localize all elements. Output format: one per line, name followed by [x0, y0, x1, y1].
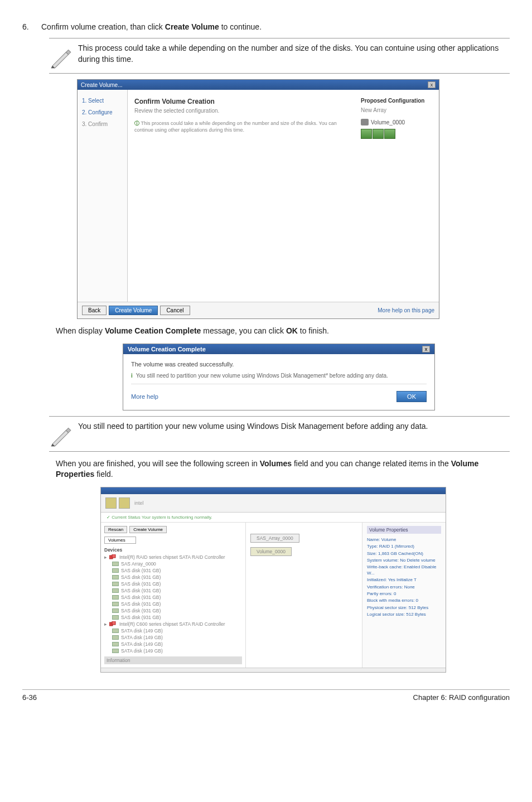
more-help-link[interactable]: More help on this page [378, 307, 434, 313]
page-number: 6-36 [22, 693, 37, 702]
note-2: You still need to partition your new vol… [45, 421, 510, 447]
disk-row[interactable]: SATA disk (149 GB) [104, 648, 242, 654]
volume-icon [361, 119, 369, 125]
disk-icon [112, 582, 119, 586]
volumes-dropdown[interactable]: Volumes [104, 537, 136, 544]
disk-label: SATA disk (149 GB) [121, 648, 163, 654]
create-volume-button[interactable]: Create Volume [109, 306, 158, 315]
tab-bar: intel [101, 494, 446, 513]
prop-row: Size: 1,863 GB Cached(ON) [367, 550, 441, 557]
dialog-heading: Confirm Volume Creation [134, 98, 349, 105]
prop-row: Write-back cache: Enabled Disable W... [367, 564, 441, 577]
info-icon: i [131, 372, 133, 379]
disk-icon [112, 562, 119, 566]
volume-button[interactable]: Volume_0000 [250, 547, 292, 556]
disk-row[interactable]: SAS disk (931 GB) [104, 567, 242, 574]
proposed-config: Proposed Configuration New Array Volume_… [355, 90, 439, 302]
array-button[interactable]: SAS_Array_0000 [250, 534, 299, 543]
dialog-subhead: Review the selected configuration. [134, 108, 349, 114]
disk-label: SAS disk (931 GB) [121, 588, 161, 593]
disk-label: SATA disk (149 GB) [121, 635, 163, 640]
information-section[interactable]: Information [104, 656, 242, 664]
divider [49, 451, 510, 452]
page-footer: 6-36 Chapter 6: RAID configuration [22, 689, 510, 702]
note-2-text: You still need to partition your new vol… [78, 421, 510, 447]
rst-manager-window: intel Current Status Your system is func… [100, 487, 446, 673]
disk-label: SAS disk (931 GB) [121, 601, 161, 607]
prop-row: Verification errors: None [367, 584, 441, 591]
status-bar: Current Status Your system is functionin… [101, 513, 446, 523]
back-button[interactable]: Back [82, 306, 107, 315]
controller-1[interactable]: ▸Intel(R) RAID series chipset SATA RAID … [104, 554, 242, 561]
disk-icon [112, 635, 119, 640]
properties-title: Volume Properties [367, 526, 441, 534]
array-icon [109, 554, 117, 560]
chapter-label: Chapter 6: RAID configuration [413, 693, 510, 702]
step-number: 6. [22, 22, 41, 31]
divider [49, 73, 510, 74]
controller-2[interactable]: ▸Intel(R) C600 series chipset SATA RAID … [104, 621, 242, 627]
prop-row: Physical sector size: 512 Bytes [367, 605, 441, 611]
nav-configure[interactable]: 2. Configure [82, 109, 123, 115]
prop-row: Logical sector size: 512 Bytes [367, 611, 441, 618]
partition-info: i You still need to partition your new v… [131, 372, 427, 379]
prop-row: System volume: No Delete volume [367, 557, 441, 564]
preferences-tab-icon[interactable] [119, 497, 130, 509]
disk-row[interactable]: SAS disk (931 GB) [104, 614, 242, 621]
volume-row[interactable]: SAS Array_0000 [104, 561, 242, 567]
array-icon [109, 621, 117, 627]
nav-confirm[interactable]: 3. Confirm [82, 121, 123, 127]
create-volume-button[interactable]: Create Volume [129, 526, 167, 533]
prop-row: Type: RAID 1 (Mirrored) [367, 543, 441, 550]
disk-icon [112, 595, 119, 600]
dialog2-title: Volume Creation Complete [128, 346, 206, 352]
step-text-b: to continue. [219, 22, 262, 31]
close-icon[interactable]: x [422, 346, 430, 352]
create-volume-dialog: Create Volume... x 1. Select 2. Configur… [77, 79, 510, 319]
disk-row[interactable]: SAS disk (931 GB) [104, 601, 242, 607]
more-help-link[interactable]: More help [131, 393, 158, 400]
dialog-titlebar: Create Volume... x [78, 80, 439, 90]
ok-button[interactable]: OK [396, 391, 427, 402]
disk-row[interactable]: SAS disk (931 GB) [104, 594, 242, 601]
disk-icon [112, 588, 119, 593]
step-6: 6. Confirm volume creation, than click C… [22, 22, 510, 31]
cancel-button[interactable]: Cancel [160, 306, 190, 315]
t: When display [56, 326, 105, 335]
disk-row[interactable]: SAS disk (931 GB) [104, 607, 242, 614]
volume-label: SAS Array_0000 [121, 561, 156, 567]
disk-icon [112, 629, 119, 633]
home-tab-icon[interactable] [105, 497, 117, 509]
prop-row: Block with media errors: 0 [367, 597, 441, 604]
dialog-footer: Back Create Volume Cancel More help on t… [78, 302, 439, 318]
partition-info-text: You still need to partition your new vol… [136, 372, 388, 379]
rescan-button[interactable]: Rescan [104, 526, 127, 533]
scrollbar[interactable] [101, 668, 446, 672]
disk-row[interactable]: SAS disk (931 GB) [104, 581, 242, 587]
step-bold: Create Volume [165, 22, 219, 31]
divider [131, 384, 427, 384]
prop-row: Initialized: Yes Initialize T [367, 577, 441, 583]
disk-row[interactable]: SATA disk (149 GB) [104, 627, 242, 634]
disk-row[interactable]: SAS disk (931 GB) [104, 574, 242, 581]
disk-row[interactable]: SAS disk (931 GB) [104, 587, 242, 594]
volume-name: Volume_0000 [371, 119, 405, 125]
disk-row[interactable]: SATA disk (149 GB) [104, 634, 242, 641]
proposed-title: Proposed Configuration [361, 98, 433, 104]
svg-rect-3 [112, 621, 115, 625]
dialog-info: ⓘ This process could take a while depend… [134, 120, 349, 133]
intel-logo: intel [134, 500, 144, 506]
disk-label: SAS disk (931 GB) [121, 608, 161, 613]
t: field. [94, 470, 113, 479]
t: to finish. [298, 326, 329, 335]
proposed-sub: New Array [361, 107, 433, 113]
close-icon[interactable]: x [428, 81, 436, 88]
t: OK [286, 326, 298, 335]
controller-label: Intel(R) RAID series chipset SATA RAID C… [119, 554, 225, 560]
dialog2-titlebar: Volume Creation Complete x [123, 344, 434, 354]
nav-select[interactable]: 1. Select [82, 98, 123, 104]
volume-complete-dialog: Volume Creation Complete x The volume wa… [123, 344, 435, 410]
prop-row: Name: Volume [367, 537, 441, 543]
wizard-nav: 1. Select 2. Configure 3. Confirm [78, 90, 128, 302]
disk-row[interactable]: SATA disk (149 GB) [104, 641, 242, 648]
